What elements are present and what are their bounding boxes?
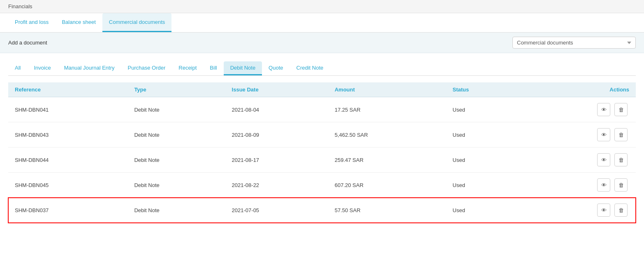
document-type-select[interactable]: Commercial documents Invoice Bill Debit …: [512, 37, 636, 49]
cell-status: Used: [446, 147, 521, 173]
view-button[interactable]: 👁: [597, 153, 610, 166]
main-tabs: Profit and loss Balance sheet Commercial…: [0, 13, 644, 33]
sub-tab-all[interactable]: All: [8, 61, 27, 75]
sub-tab-bill[interactable]: Bill: [203, 61, 223, 75]
trash-icon: 🗑: [619, 182, 624, 188]
sub-tab-credit-note[interactable]: Credit Note: [290, 61, 330, 75]
delete-button[interactable]: 🗑: [614, 103, 628, 116]
cell-type: Debit Note: [127, 198, 225, 223]
cell-amount: 5,462.50 SAR: [328, 122, 446, 147]
sub-tab-purchase-order[interactable]: Purchase Order: [121, 61, 172, 75]
content-area: All Invoice Manual Journal Entry Purchas…: [0, 53, 644, 231]
cell-actions: 👁 🗑: [521, 173, 636, 198]
page-title: Financials: [8, 3, 32, 9]
cell-actions: 👁 🗑: [521, 97, 636, 122]
table-row: SHM-DBN037Debit Note2021-07-0557.50 SARU…: [8, 198, 636, 223]
col-amount: Amount: [328, 82, 446, 97]
actions-container: 👁 🗑: [528, 128, 629, 141]
view-button[interactable]: 👁: [597, 103, 610, 116]
delete-button[interactable]: 🗑: [614, 204, 628, 217]
sub-tabs: All Invoice Manual Journal Entry Purchas…: [8, 61, 636, 76]
col-actions: Actions: [521, 82, 636, 97]
cell-amount: 607.20 SAR: [328, 173, 446, 198]
table-body: SHM-DBN041Debit Note2021-08-0417.25 SARU…: [8, 97, 636, 223]
cell-reference: SHM-DBN041: [8, 97, 127, 122]
sub-tab-debit-note[interactable]: Debit Note: [224, 61, 262, 75]
cell-actions: 👁 🗑: [521, 147, 636, 173]
cell-type: Debit Note: [127, 97, 225, 122]
actions-container: 👁 🗑: [528, 103, 629, 116]
cell-issue-date: 2021-08-09: [225, 122, 328, 147]
cell-status: Used: [446, 97, 521, 122]
eye-icon: 👁: [601, 207, 607, 213]
cell-issue-date: 2021-08-22: [225, 173, 328, 198]
cell-reference: SHM-DBN043: [8, 122, 127, 147]
cell-reference: SHM-DBN044: [8, 147, 127, 173]
cell-status: Used: [446, 122, 521, 147]
trash-icon: 🗑: [619, 132, 624, 138]
tab-balance-sheet[interactable]: Balance sheet: [55, 13, 102, 32]
table-header: Reference Type Issue Date Amount Status …: [8, 82, 636, 97]
toolbar: Add a document Commercial documents Invo…: [0, 33, 644, 53]
table-row: SHM-DBN043Debit Note2021-08-095,462.50 S…: [8, 122, 636, 147]
cell-amount: 259.47 SAR: [328, 147, 446, 173]
trash-icon: 🗑: [619, 207, 624, 213]
col-status: Status: [446, 82, 521, 97]
documents-table: Reference Type Issue Date Amount Status …: [8, 82, 636, 223]
actions-container: 👁 🗑: [528, 204, 629, 217]
col-type: Type: [127, 82, 225, 97]
table-row: SHM-DBN045Debit Note2021-08-22607.20 SAR…: [8, 173, 636, 198]
toolbar-dropdown-wrapper: Commercial documents Invoice Bill Debit …: [512, 37, 636, 49]
cell-type: Debit Note: [127, 122, 225, 147]
col-reference: Reference: [8, 82, 127, 97]
tab-profit-loss[interactable]: Profit and loss: [8, 13, 55, 32]
table-row: SHM-DBN041Debit Note2021-08-0417.25 SARU…: [8, 97, 636, 122]
cell-issue-date: 2021-08-04: [225, 97, 328, 122]
cell-reference: SHM-DBN037: [8, 198, 127, 223]
cell-issue-date: 2021-08-17: [225, 147, 328, 173]
eye-icon: 👁: [601, 182, 607, 188]
actions-container: 👁 🗑: [528, 178, 629, 192]
actions-container: 👁 🗑: [528, 153, 629, 166]
add-document-label: Add a document: [8, 40, 47, 46]
view-button[interactable]: 👁: [597, 128, 610, 141]
cell-type: Debit Note: [127, 147, 225, 173]
view-button[interactable]: 👁: [597, 178, 610, 192]
cell-amount: 57.50 SAR: [328, 198, 446, 223]
sub-tab-invoice[interactable]: Invoice: [27, 61, 57, 75]
trash-icon: 🗑: [619, 107, 624, 113]
table-row: SHM-DBN044Debit Note2021-08-17259.47 SAR…: [8, 147, 636, 173]
sub-tab-manual-journal[interactable]: Manual Journal Entry: [58, 61, 121, 75]
eye-icon: 👁: [601, 132, 607, 138]
col-issue-date: Issue Date: [225, 82, 328, 97]
delete-button[interactable]: 🗑: [614, 178, 628, 192]
cell-issue-date: 2021-07-05: [225, 198, 328, 223]
view-button[interactable]: 👁: [597, 204, 610, 217]
cell-amount: 17.25 SAR: [328, 97, 446, 122]
trash-icon: 🗑: [619, 157, 624, 163]
tab-commercial-docs[interactable]: Commercial documents: [102, 13, 172, 32]
table-header-row: Reference Type Issue Date Amount Status …: [8, 82, 636, 97]
delete-button[interactable]: 🗑: [614, 128, 628, 141]
eye-icon: 👁: [601, 107, 607, 113]
eye-icon: 👁: [601, 157, 607, 163]
cell-status: Used: [446, 198, 521, 223]
page-header: Financials: [0, 0, 644, 13]
cell-reference: SHM-DBN045: [8, 173, 127, 198]
cell-type: Debit Note: [127, 173, 225, 198]
cell-status: Used: [446, 173, 521, 198]
delete-button[interactable]: 🗑: [614, 153, 628, 166]
sub-tab-quote[interactable]: Quote: [262, 61, 290, 75]
cell-actions: 👁 🗑: [521, 122, 636, 147]
cell-actions: 👁 🗑: [521, 198, 636, 223]
sub-tab-receipt[interactable]: Receipt: [172, 61, 203, 75]
